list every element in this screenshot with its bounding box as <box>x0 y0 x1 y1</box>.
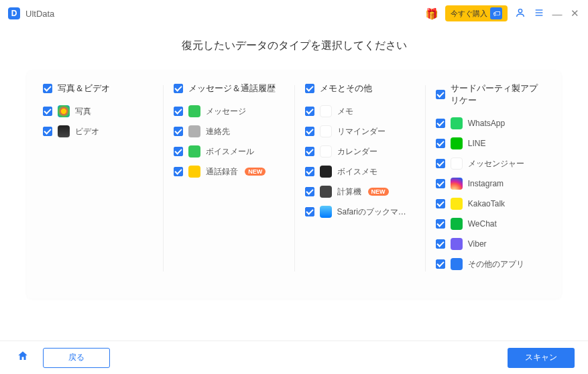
messenger-icon <box>451 158 463 170</box>
item-checkbox[interactable] <box>305 167 314 176</box>
list-item: 写真 <box>43 105 152 117</box>
user-icon[interactable] <box>514 7 526 20</box>
item-checkbox[interactable] <box>436 219 445 229</box>
item-label: メッセンジャー <box>468 158 524 170</box>
group-thirdparty-checkbox[interactable] <box>436 90 445 99</box>
group-photos-videos: 写真＆ビデオ 写真ビデオ <box>32 70 163 285</box>
item-checkbox[interactable] <box>174 107 183 116</box>
item-label: LINE <box>468 139 486 148</box>
list-item: ビデオ <box>43 125 152 137</box>
calculator-icon <box>320 186 332 198</box>
other-apps-icon <box>451 258 463 270</box>
item-checkbox[interactable] <box>305 147 314 156</box>
item-label: ボイスメール <box>206 146 254 158</box>
gift-icon[interactable]: 🎁 <box>425 7 438 20</box>
item-checkbox[interactable] <box>436 179 445 188</box>
call-record-icon <box>188 166 200 178</box>
minimize-button[interactable]: — <box>552 8 563 19</box>
group-photos-checkbox[interactable] <box>43 84 52 93</box>
list-item: Safariのブックマ… <box>305 206 414 218</box>
item-label: その他のアプリ <box>468 259 524 270</box>
voice-memo-icon <box>320 166 332 178</box>
list-item: メモ <box>305 105 414 117</box>
list-item: WeChat <box>436 218 545 230</box>
item-label: 写真 <box>75 106 91 117</box>
notes-icon <box>320 105 332 117</box>
whatsapp-icon <box>451 117 463 129</box>
item-checkbox[interactable] <box>436 119 445 128</box>
item-label: Viber <box>468 239 487 249</box>
videos-icon <box>58 125 70 137</box>
new-badge: NEW <box>245 168 266 176</box>
close-button[interactable]: ✕ <box>569 7 580 19</box>
group-notes: メモとその他 メモリマインダーカレンダーボイスメモ計算機NEWSafariのブッ… <box>294 70 425 285</box>
back-button[interactable]: 戻る <box>43 348 110 368</box>
item-checkbox[interactable] <box>436 239 445 249</box>
titlebar: D UltData 🎁 今すぐ購入 🏷 — ✕ <box>0 0 588 27</box>
list-item: Instagram <box>436 178 545 190</box>
item-label: 通話録音 <box>206 166 238 178</box>
svg-point-0 <box>518 9 522 12</box>
wechat-icon <box>451 218 463 230</box>
list-item: 計算機NEW <box>305 186 414 198</box>
line-icon <box>451 137 463 149</box>
safari-icon <box>320 206 332 218</box>
page-title: 復元したいデータのタイプを選択してください <box>0 39 588 53</box>
messages-icon <box>188 105 200 117</box>
item-checkbox[interactable] <box>43 107 52 116</box>
reminders-icon <box>320 125 332 137</box>
item-checkbox[interactable] <box>436 259 445 269</box>
group-messages: メッセージ＆通話履歴 メッセージ連絡先ボイスメール通話録音NEW <box>163 70 294 285</box>
menu-icon[interactable] <box>533 7 545 20</box>
titlebar-actions: 🎁 今すぐ購入 🏷 — ✕ <box>425 5 580 21</box>
list-item: LINE <box>436 137 545 149</box>
item-checkbox[interactable] <box>43 127 52 136</box>
item-checkbox[interactable] <box>305 127 314 136</box>
item-checkbox[interactable] <box>436 159 445 168</box>
scan-button[interactable]: スキャン <box>508 348 575 368</box>
photos-icon <box>58 105 70 117</box>
group-messages-checkbox[interactable] <box>174 84 183 93</box>
list-item: ボイスメール <box>174 145 283 158</box>
home-button[interactable] <box>13 349 32 367</box>
item-label: リマインダー <box>337 126 386 137</box>
item-checkbox[interactable] <box>436 199 445 208</box>
item-label: メモ <box>337 106 353 117</box>
item-label: 計算機 <box>337 186 361 198</box>
instagram-icon <box>451 178 463 190</box>
item-checkbox[interactable] <box>174 167 183 176</box>
list-item: カレンダー <box>305 145 414 158</box>
list-item: 通話録音NEW <box>174 166 283 178</box>
item-label: カレンダー <box>337 146 377 158</box>
cart-badge-icon: 🏷 <box>490 7 502 19</box>
viber-icon <box>451 238 463 250</box>
data-type-selection: 写真＆ビデオ 写真ビデオ メッセージ＆通話履歴 メッセージ連絡先ボイスメール通話… <box>27 70 561 298</box>
buy-now-button[interactable]: 今すぐ購入 🏷 <box>445 5 508 21</box>
item-label: Instagram <box>468 179 504 188</box>
item-checkbox[interactable] <box>436 139 445 148</box>
item-label: ビデオ <box>75 126 99 137</box>
item-checkbox[interactable] <box>174 147 183 156</box>
list-item: KakaoTalk <box>436 198 545 210</box>
item-checkbox[interactable] <box>305 187 314 196</box>
group-notes-checkbox[interactable] <box>305 84 314 93</box>
group-notes-title: メモとその他 <box>320 82 372 95</box>
item-label: WeChat <box>468 219 497 229</box>
new-badge: NEW <box>368 188 389 196</box>
footer: 戻る スキャン <box>0 340 588 374</box>
list-item: メッセージ <box>174 105 283 117</box>
item-label: WhatsApp <box>468 119 505 128</box>
item-checkbox[interactable] <box>305 107 314 116</box>
list-item: 連絡先 <box>174 125 283 137</box>
list-item: その他のアプリ <box>436 258 545 270</box>
item-checkbox[interactable] <box>174 127 183 136</box>
item-checkbox[interactable] <box>305 207 314 216</box>
list-item: Viber <box>436 238 545 250</box>
group-thirdparty-title: サードパーティ製アプリケー <box>451 82 545 107</box>
group-thirdparty: サードパーティ製アプリケー WhatsAppLINEメッセンジャーInstagr… <box>425 70 556 285</box>
app-logo-icon: D <box>8 7 20 19</box>
group-messages-title: メッセージ＆通話履歴 <box>188 82 276 95</box>
list-item: WhatsApp <box>436 117 545 129</box>
group-photos-title: 写真＆ビデオ <box>58 82 110 95</box>
app-title: UltData <box>25 9 54 19</box>
